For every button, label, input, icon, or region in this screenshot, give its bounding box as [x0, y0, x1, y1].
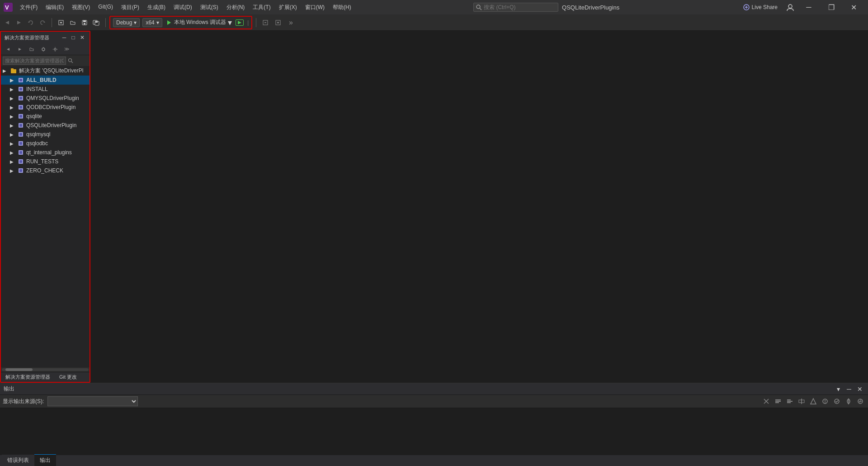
output-source-select[interactable]	[47, 396, 138, 406]
menu-file[interactable]: 文件(F)	[16, 2, 41, 13]
se-pin-button[interactable]: ─	[61, 34, 68, 41]
se-view-btn[interactable]	[38, 44, 49, 55]
tab-error-list[interactable]: 错误列表	[2, 455, 34, 466]
solution-root-item[interactable]: ▶ 解决方案 'QSQLiteDriverPl	[1, 66, 90, 76]
toolbar-save-btn[interactable]	[79, 17, 90, 28]
tree-item-qsqlodbc[interactable]: ▶ qsqlodbc	[1, 139, 90, 148]
titlebar: V 文件(F) 编辑(E) 视图(V) Git(G) 项目(P) 生成(B) 调…	[0, 0, 868, 14]
bottom-panel-tabs: 错误列表 输出	[0, 455, 868, 466]
tree-item-all-build[interactable]: ▶ ALL_BUILD	[1, 76, 90, 85]
output-btn5[interactable]	[808, 396, 818, 406]
debug-config-select[interactable]: Debug ▾	[113, 18, 140, 27]
output-btn7[interactable]	[832, 396, 842, 406]
restore-button[interactable]: ❐	[821, 0, 842, 14]
toolbar-find-btn[interactable]	[273, 17, 283, 28]
tree-item-install[interactable]: ▶ INSTALL	[1, 85, 90, 94]
tree-item-qsqlitedriver[interactable]: ▶ QSQLiteDriverPlugin	[1, 121, 90, 130]
toolbar-bookmark-btn[interactable]	[260, 17, 271, 28]
menu-project[interactable]: 项目(P)	[118, 2, 143, 13]
se-tab-git[interactable]: Git 更改	[55, 372, 81, 382]
svg-rect-47	[19, 115, 22, 118]
main-layout: 解决方案资源管理器 ─ □ ✕	[0, 31, 868, 466]
se-search-input[interactable]	[3, 57, 66, 65]
qsqlite-label: qsqlite	[26, 113, 42, 119]
output-btn3[interactable]	[785, 396, 795, 406]
qsqlodbc-icon	[17, 140, 24, 147]
toolbar-forward-btn[interactable]	[14, 17, 24, 28]
menu-view[interactable]: 视图(V)	[68, 2, 94, 13]
svg-point-34	[69, 59, 72, 62]
output-btn2[interactable]	[773, 396, 783, 406]
tab-output[interactable]: 输出	[34, 454, 56, 466]
output-close-btn[interactable]: ✕	[855, 385, 864, 394]
menu-analyze[interactable]: 分析(N)	[223, 2, 249, 13]
search-area[interactable]	[473, 3, 558, 12]
toolbar-undo-btn[interactable]	[25, 17, 36, 28]
svg-rect-16	[83, 20, 86, 22]
account-icon[interactable]	[786, 3, 795, 12]
tree-item-qsqlite[interactable]: ▶ qsqlite	[1, 112, 90, 121]
toolbar-saveall-btn[interactable]	[91, 17, 102, 28]
menu-tools[interactable]: 工具(T)	[249, 2, 274, 13]
se-popout-button[interactable]: □	[70, 34, 77, 41]
output-btn8[interactable]	[844, 396, 854, 406]
tree-item-qt-internal[interactable]: ▶ qt_internal_plugins	[1, 148, 90, 157]
output-dropdown-btn[interactable]: ▾	[834, 385, 843, 394]
se-close-button[interactable]: ✕	[79, 34, 86, 41]
toolbar-redo-btn[interactable]	[37, 17, 48, 28]
svg-marker-21	[167, 20, 171, 25]
toolbar-more-btn[interactable]: »	[285, 17, 296, 28]
toolbar-open-btn[interactable]	[67, 17, 78, 28]
run-debugger-button[interactable]: 本地 Windows 调试器 ▾	[165, 18, 233, 28]
output-panel: 输出 ▾ ─ ✕ 显示输出来源(S):	[0, 383, 868, 455]
svg-marker-9	[17, 21, 21, 24]
output-btn6[interactable]	[820, 396, 830, 406]
menu-debug[interactable]: 调试(D)	[170, 2, 196, 13]
output-pin-btn[interactable]: ─	[844, 385, 854, 394]
svg-point-2	[476, 5, 480, 9]
run-tests-arrow: ▶	[10, 159, 17, 164]
menu-edit[interactable]: 编辑(E)	[42, 2, 67, 13]
toolbar-newproj-btn[interactable]	[56, 17, 66, 28]
tree-item-qsqlmysql[interactable]: ▶ qsqlmysql	[1, 130, 90, 139]
menu-help[interactable]: 帮助(H)	[329, 2, 355, 13]
run-without-debug-button[interactable]	[236, 19, 244, 26]
solution-icon	[10, 67, 17, 75]
se-search-icon[interactable]	[67, 57, 74, 64]
svg-rect-62	[775, 399, 781, 400]
close-button[interactable]: ✕	[844, 0, 864, 14]
svg-line-35	[71, 62, 73, 63]
menu-git[interactable]: Git(G)	[94, 2, 117, 13]
tree-item-zero-check[interactable]: ▶ ZERO_CHECK	[1, 166, 90, 175]
output-btn4[interactable]	[797, 396, 807, 406]
live-share-label: Live Share	[752, 4, 778, 10]
se-settings-btn[interactable]	[50, 44, 61, 55]
search-input[interactable]	[484, 4, 556, 10]
se-back-btn[interactable]	[3, 44, 14, 55]
output-btn9[interactable]	[855, 396, 865, 406]
se-folder-btn[interactable]	[26, 44, 37, 55]
minimize-button[interactable]: ─	[798, 0, 819, 14]
hscroll-thumb[interactable]	[5, 368, 33, 371]
menu-window[interactable]: 窗口(W)	[302, 2, 328, 13]
svg-text:V: V	[5, 4, 9, 11]
qsqlodbc-arrow: ▶	[10, 141, 17, 146]
se-more-btn[interactable]: ≫	[61, 44, 72, 55]
menu-extensions[interactable]: 扩展(X)	[275, 2, 301, 13]
menu-test[interactable]: 测试(S)	[197, 2, 222, 13]
svg-line-3	[480, 9, 482, 10]
toolbar-back-btn[interactable]	[2, 17, 13, 28]
tree-item-qodbc[interactable]: ▶ QODBCDriverPlugin	[1, 103, 90, 112]
tree-item-run-tests[interactable]: ▶ RUN_TESTS	[1, 157, 90, 166]
vs-logo-icon: V	[4, 3, 13, 12]
svg-rect-49	[19, 124, 22, 127]
live-share-button[interactable]: Live Share	[738, 2, 782, 13]
debug-platform-select[interactable]: x64 ▾	[142, 18, 162, 27]
output-clearbtn[interactable]	[761, 396, 771, 406]
se-tab-solution[interactable]: 解决方案资源管理器	[1, 372, 55, 382]
se-forward-btn[interactable]	[14, 44, 25, 55]
tree-item-qmysql[interactable]: ▶ QMYSQLDriverPlugin	[1, 94, 90, 103]
se-hscroll[interactable]	[1, 367, 90, 372]
menu-build[interactable]: 生成(B)	[144, 2, 169, 13]
svg-rect-43	[19, 97, 22, 100]
